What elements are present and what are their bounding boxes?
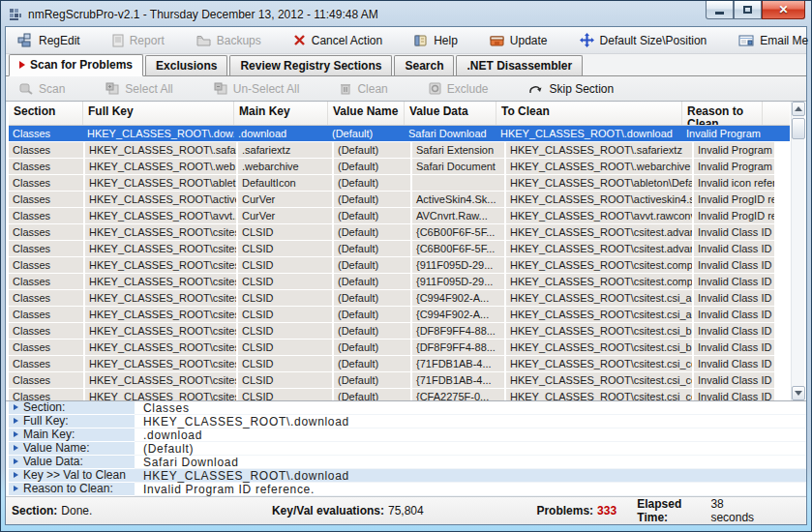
title-bar[interactable]: nmRegScrubPro-v2.1 - Thursday December 1…	[5, 3, 807, 26]
cell-main-key: CLSID	[238, 241, 332, 256]
vertical-scrollbar[interactable]	[791, 102, 804, 400]
scan-button[interactable]: Scan	[14, 80, 71, 98]
update-label: Update	[510, 34, 548, 47]
column-header-reason-to-clean[interactable]: Reason to Clean	[682, 102, 763, 126]
cell-value-name: (Default)	[334, 274, 410, 289]
detail-label-cell: Key >> Val to Clean	[9, 469, 135, 483]
email-me-button[interactable]: Email Me	[733, 32, 812, 49]
cell-full-key: HKEY_CLASSES_ROOT\csites...	[85, 257, 236, 273]
cell-section: Classes	[9, 142, 83, 158]
update-icon	[490, 35, 504, 46]
table-row[interactable]: Classes HKEY_CLASSES_ROOT\.dow... .downl…	[9, 126, 790, 141]
cell-value-name: (Default)	[334, 307, 410, 322]
select-all-button[interactable]: Select All	[100, 80, 178, 98]
cell-full-key: HKEY_CLASSES_ROOT\csites...	[85, 307, 236, 322]
tab-scan-for-problems[interactable]: Scan for Problems	[9, 54, 143, 76]
cell-section: Classes	[9, 175, 83, 191]
tab-net-disassembler[interactable]: .NET Disassembler	[456, 55, 583, 75]
detail-label: Main Key:	[23, 428, 75, 441]
cell-section: Classes	[9, 192, 83, 207]
detail-value: Safari Download	[135, 456, 239, 469]
table-row[interactable]: Classes HKEY_CLASSES_ROOT\active... CurV…	[9, 192, 790, 207]
column-header-value-data[interactable]: Value Data	[405, 102, 496, 126]
detail-label-cell: Section:	[9, 401, 135, 415]
help-button[interactable]: Help	[408, 32, 464, 49]
detail-label-cell: Full Key:	[9, 415, 135, 429]
cell-value-data: {C6B00F6F-5F...	[412, 224, 504, 240]
table-row[interactable]: Classes HKEY_CLASSES_ROOT\.web... .webar…	[9, 159, 790, 174]
report-button[interactable]: Report	[106, 32, 170, 49]
scrollbar-thumb[interactable]	[792, 118, 805, 139]
table-row[interactable]: Classes HKEY_CLASSES_ROOT\csites... CLSI…	[9, 224, 790, 240]
cancel-action-button[interactable]: Cancel Action	[287, 32, 388, 49]
unselect-all-button[interactable]: Un-Select All	[208, 80, 306, 98]
column-header-section[interactable]: Section	[9, 102, 83, 126]
scroll-up-icon	[795, 106, 802, 111]
table-row[interactable]: Classes HKEY_CLASSES_ROOT\avvt.... CurVe…	[9, 208, 790, 223]
maximize-icon	[743, 6, 752, 14]
cell-main-key: CLSID	[238, 274, 332, 289]
cell-value-name: (Default)	[334, 356, 410, 371]
cell-value-name: (Default)	[334, 192, 410, 207]
results-grid-body: Classes HKEY_CLASSES_ROOT\.dow... .downl…	[9, 126, 790, 400]
scroll-up-button[interactable]	[792, 102, 805, 116]
table-row[interactable]: Classes HKEY_CLASSES_ROOT\csites... CLSI…	[9, 307, 790, 322]
tab-search[interactable]: Search	[394, 55, 454, 75]
cell-value-data: Safari Document	[412, 159, 504, 174]
table-row[interactable]: Classes HKEY_CLASSES_ROOT\csites... CLSI…	[9, 257, 790, 273]
clean-button[interactable]: Clean	[334, 80, 393, 98]
table-row[interactable]: Classes HKEY_CLASSES_ROOT\csites... CLSI…	[9, 389, 790, 400]
exclude-button[interactable]: Exclude	[423, 80, 495, 98]
unselect-all-icon	[214, 82, 227, 95]
table-row[interactable]: Classes HKEY_CLASSES_ROOT\ablet... Defau…	[9, 175, 790, 191]
minimize-button[interactable]	[706, 1, 734, 19]
skip-section-button[interactable]: Skip Section	[523, 80, 619, 98]
results-grid: Section Full Key Main Key Value Name Val…	[6, 102, 806, 400]
cell-section: Classes	[9, 241, 83, 256]
detail-label: Value Data:	[23, 455, 83, 468]
cell-value-data: {911F095D-29...	[412, 257, 504, 273]
table-row[interactable]: Classes HKEY_CLASSES_ROOT\csites... CLSI…	[9, 241, 790, 256]
maximize-button[interactable]	[734, 1, 762, 19]
scroll-down-button[interactable]	[792, 386, 805, 400]
cell-value-data	[412, 175, 504, 191]
detail-arrow-icon	[14, 431, 18, 437]
default-size-position-button[interactable]: Default Size\Position	[574, 31, 713, 49]
table-row[interactable]: Classes HKEY_CLASSES_ROOT\csites... CLSI…	[9, 274, 790, 289]
table-row[interactable]: Classes HKEY_CLASSES_ROOT\csites... CLSI…	[9, 356, 790, 371]
detail-row: Key >> Val to Clean HKEY_CLASSES_ROOT\.d…	[9, 469, 806, 483]
cell-main-key: CLSID	[238, 290, 332, 306]
tab-exclusions[interactable]: Exclusions	[145, 55, 227, 75]
backups-button[interactable]: Backups	[191, 32, 267, 49]
column-header-full-key[interactable]: Full Key	[83, 102, 234, 126]
column-header-to-clean[interactable]: To Clean	[496, 102, 682, 126]
skip-arrow-icon	[528, 83, 543, 95]
update-button[interactable]: Update	[484, 32, 554, 49]
status-section-label: Section:	[12, 504, 57, 517]
close-button[interactable]: ✕	[762, 1, 805, 19]
cell-reason: Invalid Class ID ref.	[694, 224, 774, 240]
table-row[interactable]: Classes HKEY_CLASSES_ROOT\.safar... .saf…	[9, 142, 790, 158]
action-toolbar: Scan Select All Un-Select All Clean	[6, 76, 806, 102]
status-problems: Problems: 333	[530, 497, 631, 524]
table-row[interactable]: Classes HKEY_CLASSES_ROOT\csites... CLSI…	[9, 340, 790, 355]
column-header-value-name[interactable]: Value Name	[328, 102, 405, 126]
cell-value-data: ActiveSkin4.Sk...	[412, 192, 504, 207]
cell-full-key: HKEY_CLASSES_ROOT\.web...	[85, 159, 236, 174]
table-row[interactable]: Classes HKEY_CLASSES_ROOT\csites... CLSI…	[9, 290, 790, 306]
detail-value: HKEY_CLASSES_ROOT\.download	[135, 469, 349, 483]
regedit-button[interactable]: RegEdit	[12, 31, 86, 49]
tab-review-registry-sections[interactable]: Review Registry Sections	[229, 55, 392, 75]
cell-section: Classes	[9, 389, 83, 400]
table-row[interactable]: Classes HKEY_CLASSES_ROOT\csites... CLSI…	[9, 323, 790, 339]
cell-full-key: HKEY_CLASSES_ROOT\csites...	[85, 389, 236, 400]
cell-reason: Invalid Class ID ref.	[694, 323, 774, 339]
cell-value-data: {911F095D-29...	[412, 274, 504, 289]
cell-reason: Invalid Program ID	[694, 142, 774, 158]
cell-main-key: CLSID	[238, 323, 332, 339]
column-header-main-key[interactable]: Main Key	[234, 102, 328, 126]
cell-value-name: (Default)	[334, 142, 410, 158]
status-problems-value: 333	[597, 504, 617, 517]
table-row[interactable]: Classes HKEY_CLASSES_ROOT\csites... CLSI…	[9, 372, 790, 388]
cell-value-name: (Default)	[334, 241, 410, 256]
